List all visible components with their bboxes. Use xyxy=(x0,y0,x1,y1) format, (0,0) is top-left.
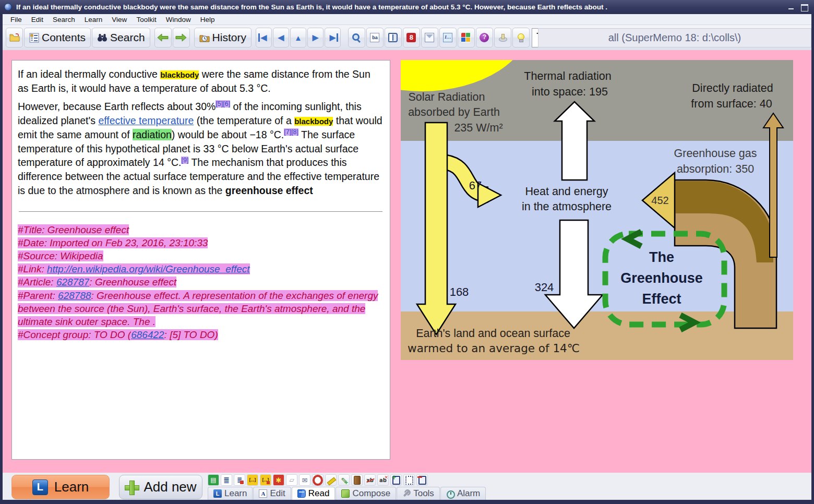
svg-text:Solar Radiation: Solar Radiation xyxy=(408,91,485,103)
menu-item-file[interactable]: File xyxy=(6,15,27,25)
contents-label: Contents xyxy=(42,31,86,44)
collection-status-button[interactable]: all (SuperMemo 18: d:\colls\) xyxy=(538,28,811,47)
alarm-dot-icon[interactable] xyxy=(403,474,415,486)
contents-button[interactable]: Contents xyxy=(24,28,91,47)
read-tab-icon xyxy=(297,489,306,498)
svg-text:The: The xyxy=(649,249,674,265)
text-segment: blackbody xyxy=(160,70,199,79)
svg-text:Thermal radiation: Thermal radiation xyxy=(524,70,611,82)
tab-edit[interactable]: Edit xyxy=(253,487,291,500)
windows-button[interactable] xyxy=(458,28,475,47)
translate-icon xyxy=(370,33,379,42)
tab-alarm[interactable]: Alarm xyxy=(440,487,486,500)
mail-button[interactable] xyxy=(421,28,438,47)
menu-item-toolkit[interactable]: Toolkit xyxy=(131,15,161,25)
forward-button[interactable] xyxy=(173,28,190,47)
zoom-icon xyxy=(352,33,361,42)
history-button[interactable]: History xyxy=(194,28,252,47)
tab-read[interactable]: Read xyxy=(292,487,336,500)
text-segment: greenhouse effect xyxy=(225,185,313,196)
tab-tools[interactable]: Tools xyxy=(397,487,440,500)
article-paragraph: If an ideal thermally conductive blackbo… xyxy=(18,67,384,95)
edit-tab-icon xyxy=(259,489,267,498)
history-label: History xyxy=(212,31,246,44)
search-button[interactable]: Search xyxy=(92,28,150,47)
new-article-icon[interactable] xyxy=(286,474,297,486)
cloze-keep-icon[interactable] xyxy=(260,474,271,486)
import-folder-button[interactable] xyxy=(6,28,23,47)
translate-button[interactable] xyxy=(366,28,384,47)
history-icon xyxy=(199,33,210,42)
zoom-button[interactable] xyxy=(348,28,365,47)
svg-text:from surface: 40: from surface: 40 xyxy=(691,98,772,110)
windows-icon xyxy=(461,33,471,42)
text-segment: #Concept group: TO DO ( xyxy=(18,329,131,340)
inline-link[interactable]: 628788 xyxy=(58,290,91,301)
tab-label: Read xyxy=(308,488,330,499)
next-icon: ▶ xyxy=(313,33,319,42)
tab-label: Edit xyxy=(270,488,285,499)
svg-text:into space: 195: into space: 195 xyxy=(532,86,608,98)
alarm-add-icon[interactable] xyxy=(390,474,402,486)
dictionary-button[interactable] xyxy=(385,28,402,47)
lightbulb-button[interactable] xyxy=(512,28,530,47)
remove-format-icon[interactable] xyxy=(364,474,376,486)
inline-link[interactable]: 686422 xyxy=(131,329,164,340)
lightbulb-icon xyxy=(516,33,525,42)
annotate-icon[interactable] xyxy=(338,474,350,486)
inline-link[interactable]: effective temperature xyxy=(98,115,194,126)
highlight-icon[interactable] xyxy=(325,474,337,486)
notes-icon[interactable] xyxy=(221,474,232,486)
minimize-icon[interactable] xyxy=(788,4,795,10)
svg-text:Earth's land and ocean surface: Earth's land and ocean surface xyxy=(416,327,570,340)
menu-item-learn[interactable]: Learn xyxy=(80,15,107,25)
text-segment: [9] xyxy=(181,157,188,164)
text-segment: ) would be about −18 °C. xyxy=(172,129,284,140)
hand-button[interactable] xyxy=(494,28,511,47)
cloze-icon[interactable] xyxy=(247,474,258,486)
metadata-line: #Title: Greenhouse effect xyxy=(18,223,384,236)
occlusion-icon[interactable] xyxy=(273,474,284,486)
inline-link[interactable]: http://en.wikipedia.org/wiki/Greenhouse_… xyxy=(47,263,250,274)
next-button[interactable]: ▶ xyxy=(307,28,324,47)
title-button[interactable] xyxy=(439,28,457,47)
alarm-del-icon[interactable] xyxy=(416,474,428,486)
menu-item-search[interactable]: Search xyxy=(48,15,80,25)
google-button[interactable] xyxy=(403,28,420,47)
copy-doc-icon[interactable] xyxy=(234,474,245,486)
tab-learn[interactable]: Learn xyxy=(208,487,253,500)
text-segment: [5][6] xyxy=(216,100,230,107)
text-segment: radiation xyxy=(133,129,172,140)
back-button[interactable] xyxy=(154,28,172,47)
contents-icon xyxy=(29,33,39,43)
maximize-icon[interactable] xyxy=(801,4,808,10)
help-ring-icon[interactable] xyxy=(312,474,324,486)
menu-item-view[interactable]: View xyxy=(107,15,131,25)
up-button[interactable]: ▲ xyxy=(290,28,306,47)
metadata-line: #Concept group: TO DO (686422: [5] TO DO… xyxy=(18,328,384,341)
add-new-button[interactable]: Add new xyxy=(119,475,202,499)
help-button[interactable] xyxy=(476,28,493,47)
tab-compose[interactable]: Compose xyxy=(336,487,396,500)
search-label: Search xyxy=(110,31,145,44)
text-segment: #Date: Imported on Feb 23, 2016, 23:10:3… xyxy=(18,237,208,248)
first-button[interactable]: ◀ xyxy=(256,28,272,47)
previous-button[interactable]: ◀ xyxy=(273,28,289,47)
inline-link[interactable]: 628787 xyxy=(56,277,89,287)
menu-item-help[interactable]: Help xyxy=(196,15,220,25)
bottom-bar: L Learn Add new LearnEditReadComposeTool… xyxy=(3,473,811,500)
menu-item-window[interactable]: Window xyxy=(161,15,196,25)
article-panel[interactable]: If an ideal thermally conductive blackbo… xyxy=(11,60,390,460)
last-button[interactable]: ▶ xyxy=(325,28,341,47)
door-icon[interactable] xyxy=(351,474,363,486)
learn-button[interactable]: L Learn xyxy=(11,475,110,499)
paste-icon[interactable] xyxy=(208,474,219,486)
remove-text-icon[interactable] xyxy=(377,474,389,486)
menu-item-edit[interactable]: Edit xyxy=(27,15,48,25)
metadata-line: #Article: 628787: Greenhouse effect xyxy=(18,275,384,289)
quick-icon-row xyxy=(208,473,428,487)
plus-icon xyxy=(125,481,138,494)
mail-icon xyxy=(425,33,434,42)
email-icon[interactable] xyxy=(299,474,310,486)
learn-l-icon: L xyxy=(32,479,48,495)
